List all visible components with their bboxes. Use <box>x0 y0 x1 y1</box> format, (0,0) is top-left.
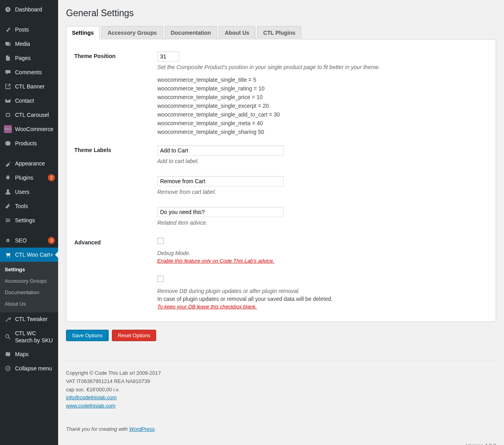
footer-email-link[interactable]: info@codethislab.com <box>66 394 117 400</box>
footer-version: Version 4.8.2 <box>466 443 496 445</box>
woo-icon: Woo <box>4 125 12 133</box>
sidebar-item-products[interactable]: Products <box>0 136 58 150</box>
sidebar-item-label: CTL Banner <box>15 83 55 90</box>
comments-icon <box>4 68 12 76</box>
badge: 2 <box>48 174 55 181</box>
products-icon <box>4 139 12 147</box>
dashboard-icon <box>4 6 12 13</box>
plugins-icon <box>4 174 12 182</box>
advanced-label: Advanced <box>74 238 157 310</box>
debug-mode-desc: Debug Mode. <box>157 250 488 256</box>
footer-site-link[interactable]: www.codethislab.com <box>66 403 115 409</box>
sidebar-item-label: Users <box>15 188 55 195</box>
sidebar-item-label: Media <box>15 40 55 47</box>
hook-entry: woocommerce_template_single_excerpt = 20 <box>157 103 488 109</box>
footer-copyright: Copyright © Code This Lab srl 2009-2017 <box>66 369 496 377</box>
media-icon <box>4 40 12 48</box>
tools-icon <box>4 202 12 210</box>
tweaker-icon <box>4 315 12 323</box>
tab-about-us[interactable]: About Us <box>219 26 255 39</box>
sidebar-item-label: CTL Tweaker <box>15 315 55 323</box>
save-button[interactable]: Save Options <box>66 330 109 341</box>
svg-point-8 <box>9 256 10 257</box>
sidebar-item-label: Appearance <box>15 160 55 167</box>
sidebar-item-label: CTL Carousel <box>15 111 55 118</box>
sidebar-item-label: Maps <box>15 351 55 358</box>
admin-sidebar: DashboardPostsMediaPagesCommentsCTL Bann… <box>0 0 58 445</box>
svg-point-1 <box>7 190 9 192</box>
remove-db-desc: Remove DB during plugin updates or after… <box>157 288 488 294</box>
form-actions: Save Options Reset Options <box>66 330 496 341</box>
sidebar-item-appearance[interactable]: Appearance <box>0 156 58 171</box>
seo-icon <box>4 237 12 244</box>
sidebar-item-collapse-menu[interactable]: Collapse menu <box>0 361 58 376</box>
wordpress-link[interactable]: WordPress <box>129 426 155 432</box>
sidebar-item-ctl-wc-search-by-sku[interactable]: CTL WC Search by SKU <box>0 327 58 347</box>
sidebar-submenu: SettingsAccessory GroupsDocumentationAbo… <box>0 262 58 312</box>
sidebar-item-woocommerce[interactable]: WooWooCommerce <box>0 122 58 136</box>
sidebar-item-label: Collapse menu <box>15 365 55 372</box>
row-theme-labels: Theme Labels Add to cart label. Remove f… <box>74 141 488 234</box>
sidebar-item-tools[interactable]: Tools <box>0 199 58 213</box>
sidebar-item-media[interactable]: Media <box>0 37 58 51</box>
sidebar-item-pages[interactable]: Pages <box>0 51 58 65</box>
add-to-cart-input[interactable] <box>157 145 284 156</box>
reset-button[interactable]: Reset Options <box>112 330 156 341</box>
tab-settings[interactable]: Settings <box>66 26 100 39</box>
remove-from-cart-desc: Remove from cart label. <box>157 189 488 195</box>
sidebar-item-ctl-carousel[interactable]: CTL Carousel <box>0 108 58 122</box>
users-icon <box>4 188 12 196</box>
badge: 3 <box>48 237 55 244</box>
sidebar-item-label: Contact <box>15 97 55 104</box>
sidebar-item-ctl-banner[interactable]: CTL Banner <box>0 79 58 94</box>
appearance-icon <box>4 160 12 167</box>
tab-ctl-plugins[interactable]: CTL Plugins <box>257 26 301 39</box>
sidebar-item-ctl-woo-cart-[interactable]: CTL Woo Cart+ <box>0 248 58 262</box>
sidebar-item-comments[interactable]: Comments <box>0 65 58 79</box>
sidebar-item-users[interactable]: Users <box>0 185 58 199</box>
sidebar-item-label: Plugins <box>15 174 46 181</box>
sidebar-item-dashboard[interactable]: Dashboard <box>0 2 58 17</box>
sidebar-item-label: Dashboard <box>15 6 55 13</box>
footer-separator <box>66 361 496 361</box>
submenu-item-settings[interactable]: Settings <box>0 264 58 276</box>
hook-list: woocommerce_template_single_title = 5woo… <box>157 77 488 135</box>
hook-entry: woocommerce_template_single_price = 10 <box>157 94 488 100</box>
sidebar-item-settings[interactable]: Settings <box>0 213 58 227</box>
tab-accessory-groups[interactable]: Accessory Groups <box>102 26 163 39</box>
search-icon <box>4 333 12 341</box>
sidebar-item-label: Tools <box>15 203 55 210</box>
sidebar-item-plugins[interactable]: Plugins2 <box>0 171 58 185</box>
svg-point-7 <box>7 256 8 257</box>
sidebar-item-ctl-tweaker[interactable]: CTL Tweaker <box>0 312 58 327</box>
sidebar-item-seo[interactable]: SEO3 <box>0 233 58 248</box>
hook-entry: woocommerce_template_single_add_to_cart … <box>157 111 488 118</box>
hook-entry: woocommerce_template_single_meta = 40 <box>157 120 488 126</box>
related-item-desc: Related item advice. <box>157 220 488 226</box>
sidebar-item-label: Pages <box>15 54 55 62</box>
hook-entry: woocommerce_template_single_title = 5 <box>157 77 488 83</box>
submenu-item-about-us[interactable]: About Us <box>0 299 58 310</box>
theme-position-input[interactable] <box>157 51 179 62</box>
sidebar-item-label: Settings <box>15 217 55 224</box>
sidebar-item-label: Posts <box>15 26 55 33</box>
tab-documentation[interactable]: Documentation <box>165 26 217 39</box>
theme-position-label: Theme Position <box>74 51 157 137</box>
sidebar-item-maps[interactable]: Maps <box>0 347 58 361</box>
remove-db-checkbox[interactable] <box>157 276 164 282</box>
page-title: General Settings <box>66 8 496 19</box>
maps-icon <box>4 350 12 358</box>
footer-cap: cap soc. €16'000,00 i.v. <box>66 386 496 394</box>
mail-icon <box>4 97 12 105</box>
sidebar-item-contact[interactable]: Contact <box>0 94 58 108</box>
debug-mode-warn: Enable this feature only on Code This La… <box>157 258 488 264</box>
remove-from-cart-input[interactable] <box>157 176 284 186</box>
sidebar-item-label: SEO <box>15 237 46 244</box>
debug-mode-checkbox[interactable] <box>157 238 164 244</box>
sidebar-item-posts[interactable]: Posts <box>0 23 58 37</box>
submenu-item-accessory-groups[interactable]: Accessory Groups <box>0 276 58 287</box>
related-item-input[interactable] <box>157 207 284 217</box>
remove-db-note: In case of plugin updates or removal all… <box>157 296 488 302</box>
svg-point-9 <box>6 334 9 338</box>
submenu-item-documentation[interactable]: Documentation <box>0 287 58 299</box>
